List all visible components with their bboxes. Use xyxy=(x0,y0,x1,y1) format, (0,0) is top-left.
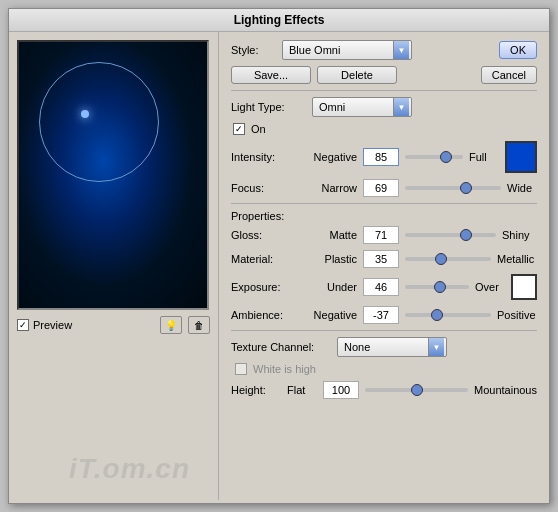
height-flat-label: Flat xyxy=(287,384,317,396)
properties-section: Properties: Gloss: Matte Shiny Material:… xyxy=(231,210,537,324)
style-select[interactable]: Blue Omni ▼ xyxy=(282,40,412,60)
style-row: Style: Blue Omni ▼ OK xyxy=(231,40,537,60)
style-value: Blue Omni xyxy=(285,44,393,56)
delete-button[interactable]: Delete xyxy=(317,66,397,84)
exposure-swatch[interactable] xyxy=(511,274,537,300)
ambience-positive-label: Positive xyxy=(497,309,537,321)
exposure-over-label: Over xyxy=(475,281,505,293)
gloss-input[interactable] xyxy=(363,226,399,244)
light-type-arrow-icon: ▼ xyxy=(393,98,409,116)
texture-channel-label: Texture Channel: xyxy=(231,341,331,353)
exposure-under-label: Under xyxy=(307,281,357,293)
intensity-slider[interactable] xyxy=(405,155,463,159)
ok-button[interactable]: OK xyxy=(499,41,537,59)
texture-value: None xyxy=(340,341,428,353)
height-row: Height: Flat Mountainous xyxy=(231,381,537,399)
material-label: Material: xyxy=(231,253,301,265)
focus-wide-label: Wide xyxy=(507,182,537,194)
preview-label-text: Preview xyxy=(33,319,72,331)
light-type-label: Light Type: xyxy=(231,101,306,113)
material-slider[interactable] xyxy=(405,257,491,261)
intensity-row: Intensity: Negative Full xyxy=(231,141,537,173)
intensity-negative-label: Negative xyxy=(307,151,357,163)
watermark: iT.om.cn xyxy=(69,453,190,485)
light-type-select[interactable]: Omni ▼ xyxy=(312,97,412,117)
focus-slider[interactable] xyxy=(405,186,501,190)
material-plastic-label: Plastic xyxy=(307,253,357,265)
exposure-input[interactable] xyxy=(363,278,399,296)
gloss-row: Gloss: Matte Shiny xyxy=(231,226,537,244)
cancel-button[interactable]: Cancel xyxy=(481,66,537,84)
texture-arrow-icon: ▼ xyxy=(428,338,444,356)
color-swatch[interactable] xyxy=(505,141,537,173)
exposure-label: Exposure: xyxy=(231,281,301,293)
focus-row: Focus: Narrow Wide xyxy=(231,179,537,197)
left-panel: ✓ Preview 💡 🗑 iT.om.cn xyxy=(9,32,219,500)
intensity-full-label: Full xyxy=(469,151,499,163)
focus-narrow-label: Narrow xyxy=(307,182,357,194)
save-button[interactable]: Save... xyxy=(231,66,311,84)
sep1 xyxy=(231,90,537,91)
save-delete-row: Save... Delete Cancel xyxy=(231,66,537,84)
style-arrow-icon: ▼ xyxy=(393,41,409,59)
gloss-slider[interactable] xyxy=(405,233,496,237)
light-type-value: Omni xyxy=(315,101,393,113)
ambience-row: Ambience: Negative Positive xyxy=(231,306,537,324)
light-dot[interactable] xyxy=(81,110,89,118)
white-is-high-label: White is high xyxy=(253,363,316,375)
material-row: Material: Plastic Metallic xyxy=(231,250,537,268)
exposure-row: Exposure: Under Over xyxy=(231,274,537,300)
material-input[interactable] xyxy=(363,250,399,268)
texture-section: Texture Channel: None ▼ White is high He… xyxy=(231,337,537,399)
dialog-title: Lighting Effects xyxy=(9,9,549,32)
intensity-input[interactable] xyxy=(363,148,399,166)
preview-controls: ✓ Preview 💡 🗑 xyxy=(17,316,210,334)
ambience-label: Ambience: xyxy=(231,309,301,321)
light-type-row: Light Type: Omni ▼ xyxy=(231,97,537,117)
focus-input[interactable] xyxy=(363,179,399,197)
right-panel: Style: Blue Omni ▼ OK Save... Delete Can… xyxy=(219,32,549,500)
preview-canvas xyxy=(17,40,209,310)
gloss-matte-label: Matte xyxy=(307,229,357,241)
sep3 xyxy=(231,330,537,331)
preview-btn-bulb[interactable]: 💡 xyxy=(160,316,182,334)
ambience-negative-label: Negative xyxy=(307,309,357,321)
on-row: ✓ On xyxy=(231,123,537,135)
preview-btn-trash[interactable]: 🗑 xyxy=(188,316,210,334)
white-is-high-checkbox[interactable] xyxy=(235,363,247,375)
texture-channel-row: Texture Channel: None ▼ xyxy=(231,337,537,357)
height-input[interactable] xyxy=(323,381,359,399)
preview-checkbox[interactable]: ✓ xyxy=(17,319,29,331)
on-checkbox[interactable]: ✓ xyxy=(233,123,245,135)
focus-label: Focus: xyxy=(231,182,301,194)
height-slider[interactable] xyxy=(365,388,468,392)
ambience-slider[interactable] xyxy=(405,313,491,317)
white-is-high-row: White is high xyxy=(231,363,537,375)
height-mountainous-label: Mountainous xyxy=(474,384,537,396)
intensity-section: Intensity: Negative Full xyxy=(231,141,537,173)
material-metallic-label: Metallic xyxy=(497,253,537,265)
style-label: Style: xyxy=(231,44,276,56)
preview-label[interactable]: ✓ Preview xyxy=(17,319,72,331)
light-circle[interactable] xyxy=(39,62,159,182)
preview-image xyxy=(19,42,207,308)
texture-channel-select[interactable]: None ▼ xyxy=(337,337,447,357)
on-label: On xyxy=(251,123,266,135)
height-label: Height: xyxy=(231,384,281,396)
properties-title: Properties: xyxy=(231,210,537,222)
focus-section: Focus: Narrow Wide xyxy=(231,179,537,197)
intensity-label: Intensity: xyxy=(231,151,301,163)
gloss-shiny-label: Shiny xyxy=(502,229,537,241)
gloss-label: Gloss: xyxy=(231,229,301,241)
lighting-effects-dialog: Lighting Effects ✓ Preview 💡 🗑 iT.om.cn xyxy=(8,8,550,504)
sep2 xyxy=(231,203,537,204)
title-text: Lighting Effects xyxy=(234,13,325,27)
exposure-slider[interactable] xyxy=(405,285,469,289)
ambience-input[interactable] xyxy=(363,306,399,324)
